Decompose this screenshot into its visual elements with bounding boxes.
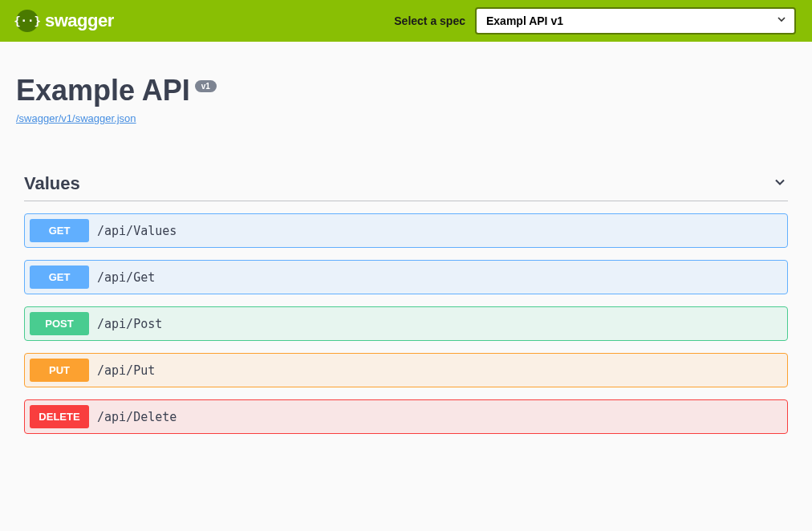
spec-select[interactable]: Exampl API v1 [475, 7, 796, 34]
swagger-logo[interactable]: {··} swagger [16, 10, 114, 32]
version-badge: v1 [195, 80, 217, 92]
operation-row[interactable]: GET/api/Get [24, 260, 788, 294]
swagger-json-link[interactable]: /swagger/v1/swagger.json [16, 112, 136, 124]
operation-path: /api/Post [97, 317, 162, 331]
method-badge: GET [30, 266, 89, 289]
api-title: Example API [16, 74, 190, 107]
method-badge: PUT [30, 359, 89, 382]
tag-name: Values [24, 173, 80, 194]
tag-section: Values GET/api/ValuesGET/api/GetPOST/api… [16, 173, 796, 434]
chevron-down-icon [772, 174, 788, 193]
swagger-logo-text: swagger [45, 10, 114, 31]
operation-row[interactable]: DELETE/api/Delete [24, 399, 788, 434]
operation-path: /api/Delete [97, 410, 177, 424]
topbar: {··} swagger Select a spec Exampl API v1 [0, 0, 812, 42]
operation-path: /api/Get [97, 270, 155, 285]
operation-path: /api/Put [97, 363, 155, 378]
main-content: Example API v1 /swagger/v1/swagger.json … [0, 42, 812, 458]
operation-path: /api/Values [97, 224, 177, 238]
method-badge: GET [30, 219, 89, 242]
operation-row[interactable]: PUT/api/Put [24, 353, 788, 387]
operation-row[interactable]: GET/api/Values [24, 213, 788, 248]
spec-label: Select a spec [394, 14, 465, 27]
operation-row[interactable]: POST/api/Post [24, 306, 788, 341]
swagger-logo-icon: {··} [16, 10, 39, 32]
method-badge: DELETE [30, 405, 89, 428]
spec-selector: Select a spec Exampl API v1 [394, 7, 796, 34]
tag-header[interactable]: Values [24, 173, 788, 201]
method-badge: POST [30, 312, 89, 335]
